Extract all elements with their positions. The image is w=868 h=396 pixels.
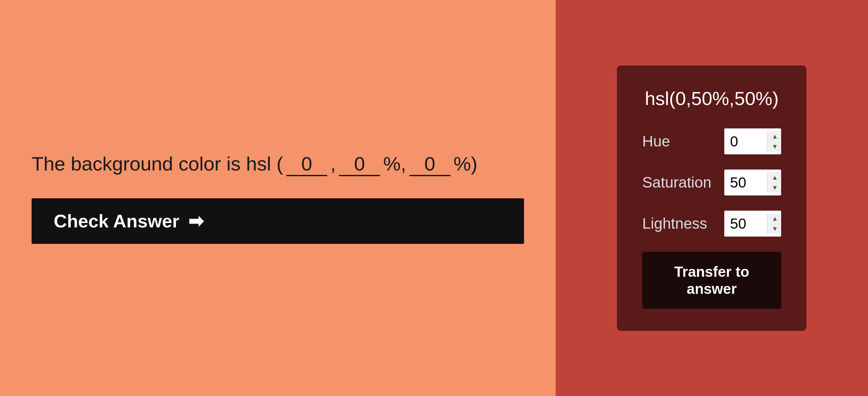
lightness-input[interactable] xyxy=(724,211,767,236)
question-prefix: The background color is hsl ( xyxy=(32,152,283,175)
hue-answer-input[interactable] xyxy=(286,152,327,176)
hue-input-wrapper: ▲ ▼ xyxy=(724,129,781,154)
saturation-answer-input[interactable] xyxy=(339,152,380,176)
lightness-answer-input[interactable] xyxy=(409,152,451,176)
lightness-up-button[interactable]: ▲ xyxy=(767,214,781,224)
saturation-input-wrapper: ▲ ▼ xyxy=(724,170,781,195)
saturation-input[interactable] xyxy=(724,170,767,195)
saturation-row: Saturation ▲ ▼ xyxy=(642,170,781,195)
question-suffix: %) xyxy=(454,152,477,175)
arrow-icon: ➡ xyxy=(188,210,204,232)
check-answer-label: Check Answer xyxy=(54,210,179,231)
transfer-to-answer-button[interactable]: Transfer to answer xyxy=(642,252,781,309)
transfer-button-label: Transfer to answer xyxy=(674,263,749,297)
hue-down-button[interactable]: ▼ xyxy=(767,141,781,151)
check-answer-button[interactable]: Check Answer ➡ xyxy=(32,198,524,244)
color-card: hsl(0,50%,50%) Hue ▲ ▼ Saturation ▲ ▼ xyxy=(617,65,806,331)
lightness-down-button[interactable]: ▼ xyxy=(767,224,781,234)
hue-row: Hue ▲ ▼ xyxy=(642,129,781,154)
right-panel: hsl(0,50%,50%) Hue ▲ ▼ Saturation ▲ ▼ xyxy=(556,0,868,396)
color-display-text: hsl(0,50%,50%) xyxy=(642,88,781,109)
saturation-label: Saturation xyxy=(642,174,711,191)
saturation-down-button[interactable]: ▼ xyxy=(767,182,781,193)
left-panel: The background color is hsl ( , %, %) Ch… xyxy=(0,0,556,396)
separator1: , xyxy=(331,152,336,175)
question-text: The background color is hsl ( , %, %) xyxy=(32,152,524,176)
lightness-input-wrapper: ▲ ▼ xyxy=(724,211,781,236)
separator2: %, xyxy=(383,152,406,175)
lightness-row: Lightness ▲ ▼ xyxy=(642,211,781,236)
saturation-up-button[interactable]: ▲ xyxy=(767,172,781,182)
lightness-spinner: ▲ ▼ xyxy=(767,214,781,234)
hue-label: Hue xyxy=(642,133,670,150)
lightness-label: Lightness xyxy=(642,215,707,232)
saturation-spinner: ▲ ▼ xyxy=(767,172,781,193)
hue-up-button[interactable]: ▲ xyxy=(767,131,781,141)
hue-spinner: ▲ ▼ xyxy=(767,131,781,151)
hue-input[interactable] xyxy=(724,129,767,154)
